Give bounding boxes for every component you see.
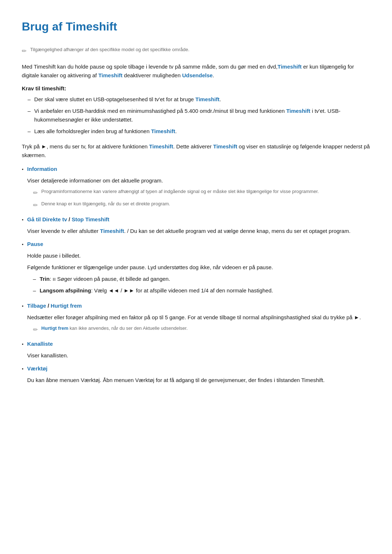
pencil-icon-note1: ✏ xyxy=(33,188,38,198)
section-ga-title-part1: Gå til Direkte tv xyxy=(27,216,67,222)
section-information-title: Information xyxy=(27,166,57,172)
section-ga-title-sep: / xyxy=(67,216,72,222)
section-pause-body1: Holde pause i billedet. xyxy=(27,251,370,260)
sections-list: ● Information Viser detaljerede informat… xyxy=(22,165,370,387)
section-tilbage-body: Nedsætter eller forøger afspilning med e… xyxy=(27,313,370,322)
section-ga-content: Gå til Direkte tv / Stop Timeshift Viser… xyxy=(27,215,370,238)
section-pause-content: Pause Holde pause i billedet. Følgende f… xyxy=(27,240,370,300)
availability-note: ✏ Tilgængelighed afhænger af den specifi… xyxy=(22,46,370,56)
section-pause-body2: Følgende funktioner er tilgængelige unde… xyxy=(27,263,370,272)
section-tilbage-title-part2: Hurtigt frem xyxy=(51,303,82,309)
krav-item-1: Der skal være sluttet en USB-optagelsese… xyxy=(22,95,370,104)
section-information-content: Information Viser detaljerede informatio… xyxy=(27,165,370,214)
pause-sub-langsom: Langsom afspilning: Vælg ◄◄ / ►► for at … xyxy=(27,286,370,295)
pause-sub-trin: Trin: ıı Søger videoen på pause, ét bill… xyxy=(27,275,370,283)
krav-label: Krav til timeshift: xyxy=(22,84,370,93)
section-kanalliste: ● Kanalliste Viser kanallisten. xyxy=(22,340,370,363)
section-kanalliste-body: Viser kanallisten. xyxy=(27,351,370,360)
section-pause: ● Pause Holde pause i billedet. Følgende… xyxy=(22,240,370,300)
note-1-text: Programinformationerne kan variere afhæn… xyxy=(41,188,319,196)
section-tilbage: ● Tilbage / Hurtigt frem Nedsætter eller… xyxy=(22,301,370,338)
note-1: ✏ Programinformationerne kan variere afh… xyxy=(33,188,370,198)
krav-item-3: Læs alle forholdsregler inden brug af fu… xyxy=(22,127,370,136)
bullet-dot: ● xyxy=(22,167,24,172)
pencil-icon: ✏ xyxy=(22,46,26,56)
section-pause-title: Pause xyxy=(27,241,43,247)
availability-note-text: Tilgængelighed afhænger af den specifikk… xyxy=(30,46,189,54)
section-information-notes: ✏ Programinformationerne kan variere afh… xyxy=(33,188,370,210)
page-title: Brug af Timeshift xyxy=(22,17,370,36)
krav-list: Der skal være sluttet en USB-optagelsese… xyxy=(22,95,370,136)
section-tilbage-title-part1: Tilbage xyxy=(27,303,46,309)
tryk-paragraph: Tryk på ►, mens du ser tv, for at aktive… xyxy=(22,142,370,160)
section-vaerktoj-body: Du kan åbne menuen Værktøj. Åbn menuen V… xyxy=(27,376,370,385)
krav-section: Krav til timeshift: Der skal være slutte… xyxy=(22,84,370,136)
section-ga-body: Viser levende tv eller afslutter Timeshi… xyxy=(27,227,370,235)
pencil-icon-note2: ✏ xyxy=(33,201,38,210)
note-2-text: Denne knap er kun tilgængelig, når du se… xyxy=(41,200,170,208)
section-kanalliste-content: Kanalliste Viser kanallisten. xyxy=(27,340,370,363)
section-tilbage-notes: ✏ Hurtigt frem kan ikke anvendes, når du… xyxy=(33,325,370,335)
bullet-dot: ● xyxy=(22,342,24,347)
section-information: ● Information Viser detaljerede informat… xyxy=(22,165,370,214)
note-hurtigt-frem-text: Hurtigt frem kan ikke anvendes, når du s… xyxy=(41,325,188,332)
pencil-icon-hurtigt: ✏ xyxy=(33,325,38,335)
section-tilbage-content: Tilbage / Hurtigt frem Nedsætter eller f… xyxy=(27,301,370,338)
bullet-dot: ● xyxy=(22,304,24,309)
krav-item-2: Vi anbefaler en USB-harddisk med en mini… xyxy=(22,107,370,124)
note-hurtigt-frem: ✏ Hurtigt frem kan ikke anvendes, når du… xyxy=(33,325,370,335)
bullet-dot: ● xyxy=(22,242,24,247)
section-information-body: Viser detaljerede informationer om det a… xyxy=(27,176,370,185)
bullet-dot: ● xyxy=(22,218,24,222)
section-ga-title-part2: Stop Timeshift xyxy=(72,216,109,222)
section-vaerktoj-content: Værktøj Du kan åbne menuen Værktøj. Åbn … xyxy=(27,364,370,387)
bullet-dot: ● xyxy=(22,367,24,372)
section-kanalliste-title: Kanalliste xyxy=(27,341,53,347)
section-tilbage-sep: / xyxy=(46,303,51,309)
note-2: ✏ Denne knap er kun tilgængelig, når du … xyxy=(33,200,370,210)
section-vaerktoj-title: Værktøj xyxy=(27,365,48,372)
intro-paragraph-1: Med Timeshift kan du holde pause og spol… xyxy=(22,62,370,80)
section-ga-til-direkte: ● Gå til Direkte tv / Stop Timeshift Vis… xyxy=(22,215,370,238)
section-vaerktoj: ● Værktøj Du kan åbne menuen Værktøj. Åb… xyxy=(22,364,370,387)
pause-sub-list: Trin: ıı Søger videoen på pause, ét bill… xyxy=(27,275,370,295)
